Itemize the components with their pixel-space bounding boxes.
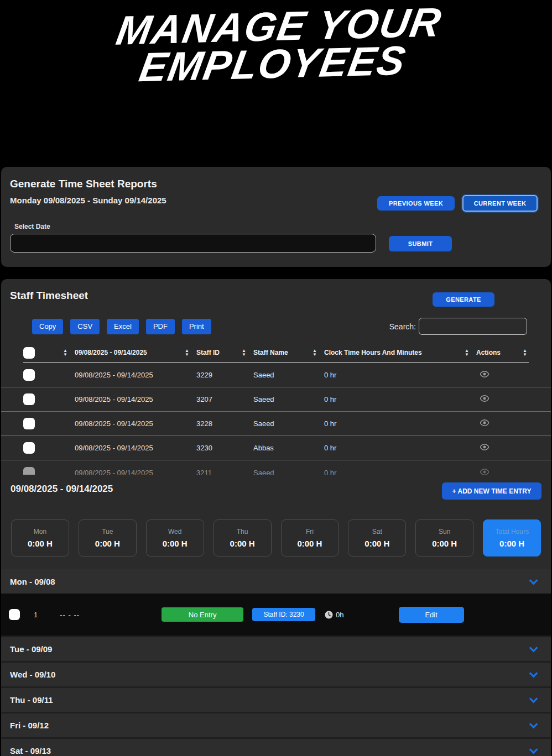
cell-actions [476,418,527,429]
export-copy-button[interactable]: Copy [32,319,63,334]
cell-staff-id: 3230 [196,444,246,452]
export-excel-button[interactable]: Excel [107,319,139,334]
previous-week-button[interactable]: PREVIOUS WEEK [377,196,455,211]
cell-staff-name: Saeed [253,419,317,428]
accordion-wed[interactable]: Wed - 09/10 [1,663,551,686]
cell-clock-time: 0 hr [324,444,469,452]
row-checkbox[interactable] [23,442,35,454]
day-card-label: Tue [102,528,113,536]
day-total-card-total-hours: Total Hours0:00 H [483,519,541,556]
sort-icon[interactable]: ▲▼ [465,349,469,356]
cell-date-range: 09/08/2025 - 09/14/2025 [75,395,189,403]
day-card-value: 0:00 H [432,539,457,548]
cell-clock-time: 0 hr [324,371,469,379]
day-total-card-mon: Mon0:00 H [11,519,69,556]
cell-date-range: 09/08/2025 - 09/14/2025 [75,419,189,428]
submit-button[interactable]: SUBMIT [389,236,452,251]
timesheet-table-body: 09/08/2025 - 09/14/20253229Saeed0 hr09/0… [1,363,551,475]
select-date-label: Select Date [14,223,542,230]
column-header-clock-time[interactable]: Clock Time Hours And Minutes [324,349,422,356]
cell-actions [476,442,527,454]
chevron-down-icon [529,576,538,585]
generate-button[interactable]: GENERATE [433,292,494,307]
table-row: 09/08/2025 - 09/14/20253211Saeed0 hr [1,460,551,475]
row-checkbox[interactable] [23,369,35,381]
cell-actions [476,467,527,475]
day-card-value: 0:00 H [297,539,322,548]
export-csv-button[interactable]: CSV [70,319,100,334]
accordion-sat[interactable]: Sat - 09/13 [1,739,551,756]
table-row: 09/08/2025 - 09/14/20253229Saeed0 hr [1,363,551,387]
day-card-value: 0:00 H [230,539,255,548]
row-checkbox[interactable] [23,418,35,429]
cell-staff-name: Abbas [253,444,317,452]
day-card-value: 0:00 H [364,539,389,548]
table-row: 09/08/2025 - 09/14/20253207Saeed0 hr [1,387,551,412]
day-total-card-sat: Sat0:00 H [348,519,406,556]
search-label: Search: [389,322,416,331]
column-header-staff-id[interactable]: Staff ID [196,349,220,356]
report-generator-card: Generate Time Sheet Reports Monday 09/08… [1,167,551,267]
export-pdf-button[interactable]: PDF [146,319,175,334]
week-summary-header: 09/08/2025 - 09/14/2025 + ADD NEW TIME E… [1,482,551,510]
cell-staff-name: Saeed [253,395,317,403]
view-eye-icon[interactable] [480,442,489,452]
chevron-down-icon [529,746,538,754]
view-eye-icon[interactable] [480,369,489,379]
accordion-thu[interactable]: Thu - 09/11 [1,688,551,712]
sort-icon[interactable]: ▲▼ [313,349,317,356]
sort-icon[interactable]: ▲▼ [523,349,527,356]
staff-timesheet-card: Staff Timesheet GENERATE CopyCSVExcelPDF… [1,279,551,756]
current-week-button[interactable]: CURRENT WEEK [462,195,538,212]
day-total-card-thu: Thu0:00 H [213,519,272,556]
sort-icon[interactable]: ▲▼ [242,349,246,356]
day-accordion-list: Mon - 09/08 1 -- - -- No Entry Staff ID:… [1,569,551,756]
entry-hours: 0h [336,611,343,619]
column-header-actions[interactable]: Actions [476,349,501,356]
view-eye-icon[interactable] [480,418,489,428]
sort-icon[interactable]: ▲▼ [63,349,67,356]
search-container: Search: [389,318,527,335]
view-eye-icon[interactable] [480,393,489,403]
cell-staff-id: 3228 [196,419,246,428]
edit-entry-button[interactable]: Edit [399,607,464,623]
accordion-mon[interactable]: Mon - 09/08 [1,569,551,594]
accordion-fri[interactable]: Fri - 09/12 [1,713,551,737]
day-card-label: Wed [168,528,181,536]
search-input[interactable] [419,318,527,335]
view-eye-icon[interactable] [480,467,489,475]
day-card-value: 0:00 H [28,539,53,548]
select-all-checkbox[interactable] [23,347,35,359]
row-checkbox[interactable] [23,393,35,405]
day-total-card-tue: Tue0:00 H [79,519,137,556]
banner-title-line2: EMPLOYEES [107,41,438,87]
accordion-label: Tue - 09/09 [10,644,52,654]
accordion-label: Wed - 09/10 [10,670,55,679]
day-card-label: Sat [372,528,382,536]
column-header-staff-name[interactable]: Staff Name [253,349,288,356]
add-new-time-entry-button[interactable]: + ADD NEW TIME ENTRY [442,482,541,500]
entry-index: 1 [34,611,38,619]
day-total-card-wed: Wed0:00 H [146,519,204,556]
table-header: ▲▼ 09/08/2025 - 09/14/2025 ▲▼ Staff ID ▲… [1,343,551,362]
row-checkbox[interactable] [23,467,35,475]
sort-icon[interactable]: ▲▼ [185,349,189,356]
day-card-value: 0:00 H [95,539,120,548]
select-date-input[interactable] [10,234,376,253]
cell-staff-id: 3229 [196,371,246,379]
entry-checkbox[interactable] [9,609,20,620]
day-card-value: 0:00 H [499,539,524,548]
accordion-tue[interactable]: Tue - 09/09 [1,637,551,661]
cell-date-range: 09/08/2025 - 09/14/2025 [75,371,189,379]
table-toolbar: CopyCSVExcelPDFPrint Search: [1,318,551,335]
entry-staff-id-badge: Staff ID: 3230 [252,608,315,621]
banner-title: MANAGE YOUR EMPLOYEES [107,3,445,87]
time-entry-row: 1 -- - -- No Entry Staff ID: 3230 0h Edi… [1,594,551,636]
hero-banner: MANAGE YOUR EMPLOYEES [0,0,552,167]
export-print-button[interactable]: Print [182,319,211,334]
column-header-date[interactable]: 09/08/2025 - 09/14/2025 [75,349,147,356]
cell-actions [476,393,527,405]
table-row: 09/08/2025 - 09/14/20253228Saeed0 hr [1,412,551,436]
accordion-label: Fri - 09/12 [10,721,49,730]
cell-staff-name: Saeed [253,469,317,475]
